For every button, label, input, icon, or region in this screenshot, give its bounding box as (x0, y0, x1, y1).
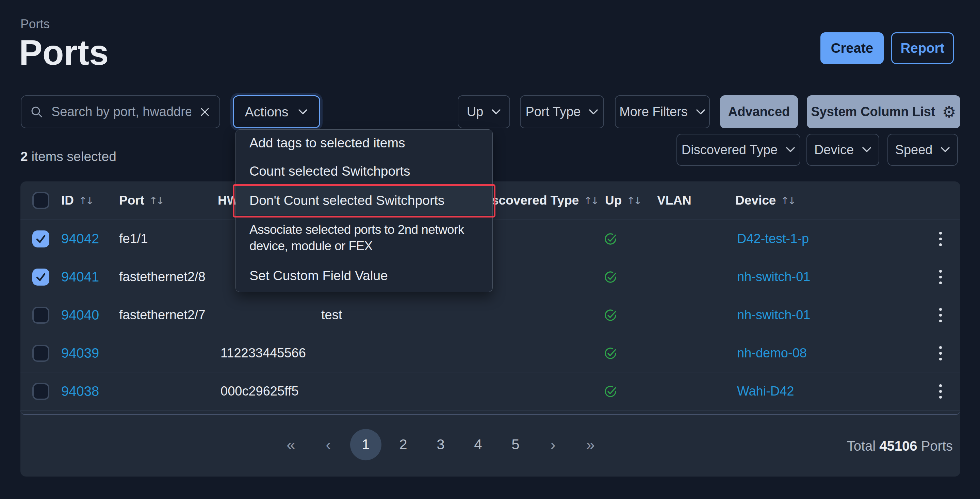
table-row: 94039 112233445566 nh-demo-08 (21, 334, 960, 372)
filter-port-type[interactable]: Port Type (520, 95, 604, 128)
clear-search-icon[interactable] (199, 106, 211, 118)
table-scroll-edge (21, 410, 960, 415)
pagination-first-button[interactable]: « (272, 429, 310, 460)
port-id-link[interactable]: 94042 (61, 220, 99, 258)
port-id-link[interactable]: 94038 (61, 372, 99, 410)
total-label: Total (847, 438, 876, 453)
pagination-last-button[interactable]: » (572, 429, 609, 460)
create-button[interactable]: Create (821, 32, 884, 64)
filter-speed[interactable]: Speed (888, 134, 958, 166)
report-button[interactable]: Report (891, 32, 954, 64)
filter-more-filters[interactable]: More Filters (615, 95, 710, 128)
up-status-icon (604, 220, 617, 258)
row-menu-kebab-icon[interactable] (935, 228, 946, 250)
system-column-list-label: System Column List (811, 105, 935, 119)
filter-speed-label: Speed (895, 143, 933, 157)
page-title: Ports (19, 33, 108, 73)
selection-count-value: 2 (21, 149, 28, 164)
column-header-vlan-label: VLAN (657, 193, 692, 208)
sort-icon[interactable]: ↑↓ (627, 195, 642, 207)
row-checkbox[interactable] (32, 345, 49, 362)
row-checkbox[interactable] (32, 230, 49, 247)
menu-item-count-switchports[interactable]: Count selected Switchports (236, 157, 492, 186)
menu-item-set-custom-field[interactable]: Set Custom Field Value (236, 260, 492, 292)
table-row: 94040 fastethernet2/7 test nh-switch-01 (21, 296, 960, 334)
column-header-port[interactable]: Port ↑↓ (119, 182, 164, 220)
sort-icon[interactable]: ↑↓ (149, 195, 164, 207)
port-name: fe1/1 (119, 220, 148, 258)
chevron-down-icon (940, 147, 950, 153)
filter-up[interactable]: Up (458, 95, 510, 128)
port-id-link[interactable]: 94040 (61, 296, 99, 334)
filter-up-label: Up (467, 105, 484, 119)
chevron-down-icon (492, 109, 501, 115)
filter-discovered-type-label: Discovered Type (682, 143, 778, 157)
up-status-icon (604, 334, 617, 372)
total-suffix: Ports (921, 438, 953, 453)
advanced-button[interactable]: Advanced (720, 95, 798, 128)
table-footer: « ‹ 1 2 3 4 5 › » Total 45106 Ports (21, 415, 960, 477)
pagination-page-3[interactable]: 3 (422, 429, 460, 460)
sort-icon[interactable]: ↑↓ (584, 195, 599, 207)
system-column-list-button[interactable]: System Column List ⚙ (807, 95, 960, 128)
menu-item-dont-count-switchports[interactable]: Don't Count selected Switchports (236, 185, 492, 215)
port-id-link[interactable]: 94041 (61, 258, 99, 296)
ports-page: { "page": { "breadcrumb": "Ports", "titl… (0, 0, 980, 499)
column-header-vlan[interactable]: VLAN (657, 182, 692, 220)
column-header-up[interactable]: Up ↑↓ (605, 182, 642, 220)
up-status-icon (604, 372, 617, 410)
pagination-page-4[interactable]: 4 (460, 429, 497, 460)
row-checkbox[interactable] (32, 269, 49, 285)
pagination: « ‹ 1 2 3 4 5 › » (272, 429, 609, 460)
filter-device[interactable]: Device (807, 134, 879, 166)
column-header-id[interactable]: ID ↑↓ (61, 182, 94, 220)
device-link[interactable]: D42-test-1-p (737, 220, 809, 258)
chevron-down-icon (862, 147, 872, 153)
row-menu-kebab-icon[interactable] (935, 266, 946, 288)
select-all-checkbox[interactable] (32, 192, 49, 209)
row-checkbox[interactable] (32, 307, 49, 324)
row-menu-kebab-icon[interactable] (935, 304, 946, 327)
port-name: fastethernet2/7 (119, 296, 205, 334)
row-menu-kebab-icon[interactable] (935, 342, 946, 365)
pagination-page-5[interactable]: 5 (497, 429, 534, 460)
search-box[interactable] (21, 95, 220, 128)
column-header-discovered-type[interactable]: Discovered Type ↑↓ (479, 182, 599, 220)
column-header-port-label: Port (119, 193, 144, 208)
selection-count: 2 items selected (21, 149, 116, 164)
breadcrumb[interactable]: Ports (21, 17, 50, 31)
sort-icon[interactable]: ↑↓ (781, 195, 796, 207)
up-status-icon (604, 296, 617, 334)
device-link[interactable]: Wahi-D42 (737, 372, 794, 410)
pagination-prev-button[interactable]: ‹ (310, 429, 347, 460)
search-input[interactable] (51, 104, 192, 120)
chevron-down-icon (589, 109, 598, 115)
device-link[interactable]: nh-demo-08 (737, 334, 807, 372)
table-row: 94038 000c29625ff5 Wahi-D42 (21, 372, 960, 410)
pagination-next-button[interactable]: › (534, 429, 572, 460)
chevron-down-icon (786, 147, 795, 153)
filter-discovered-type[interactable]: Discovered Type (676, 134, 800, 166)
port-name: fastethernet2/8 (119, 258, 205, 296)
filter-device-label: Device (814, 143, 854, 157)
column-header-device-label: Device (735, 193, 776, 208)
search-icon (30, 105, 43, 118)
selection-count-text: items selected (32, 149, 116, 164)
pagination-page-1[interactable]: 1 (350, 429, 382, 460)
chevron-down-icon (298, 108, 308, 115)
row-menu-kebab-icon[interactable] (935, 380, 946, 403)
actions-label: Actions (245, 105, 288, 120)
sort-icon[interactable]: ↑↓ (79, 195, 94, 207)
column-header-device[interactable]: Device ↑↓ (735, 182, 796, 220)
actions-dropdown-button[interactable]: Actions (233, 95, 320, 128)
menu-item-add-tags[interactable]: Add tags to selected items (236, 130, 492, 157)
column-header-discovered-type-label: Discovered Type (479, 193, 579, 208)
menu-item-associate-ports[interactable]: Associate selected ports to 2nd network … (236, 215, 492, 260)
device-link[interactable]: nh-switch-01 (737, 258, 810, 296)
device-link[interactable]: nh-switch-01 (737, 296, 810, 334)
column-header-id-label: ID (61, 193, 74, 208)
row-checkbox[interactable] (32, 383, 49, 400)
total-count: Total 45106 Ports (847, 438, 953, 453)
pagination-page-2[interactable]: 2 (385, 429, 422, 460)
port-id-link[interactable]: 94039 (61, 334, 99, 372)
